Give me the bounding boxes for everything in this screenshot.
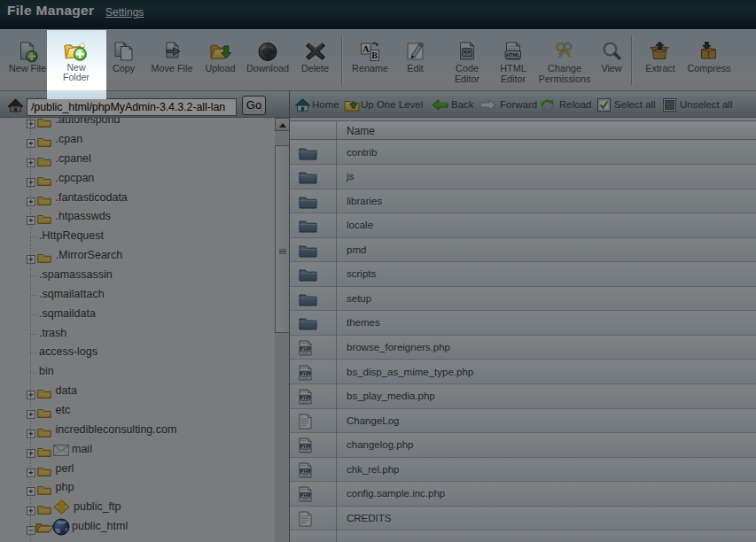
svg-text:<>: <> (464, 49, 471, 55)
svg-text:PHP: PHP (300, 346, 311, 352)
svg-text:PHP: PHP (300, 371, 311, 376)
svg-text:B: B (371, 50, 378, 60)
svg-text:PHP: PHP (300, 492, 311, 498)
svg-text:PHP: PHP (300, 444, 311, 449)
svg-text:PHP: PHP (300, 468, 311, 474)
svg-text:A: A (362, 43, 369, 54)
svg-text:PHP: PHP (300, 395, 311, 400)
svg-text:HTML: HTML (506, 52, 520, 58)
